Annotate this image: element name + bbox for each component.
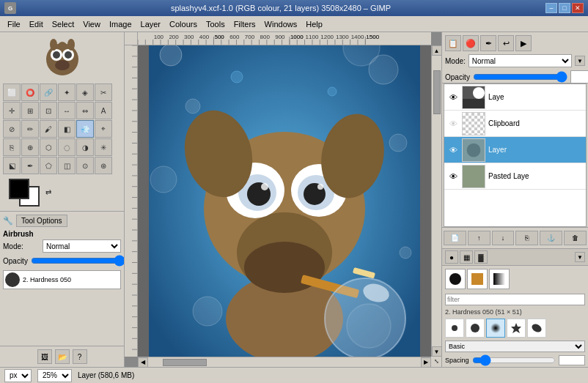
- layers-icon[interactable]: 📋: [445, 35, 461, 51]
- scroll-left-arrow[interactable]: ◀: [138, 357, 148, 368]
- vertical-scrollbar[interactable]: ▲ ▼: [431, 45, 441, 357]
- paths-tool[interactable]: ⊘: [3, 120, 21, 138]
- layer-visibility-toggle[interactable]: 👁: [447, 118, 459, 130]
- menu-item-view[interactable]: View: [78, 18, 105, 30]
- brush-gradient-btn[interactable]: [489, 269, 510, 289]
- canvas-container[interactable]: [138, 45, 431, 357]
- brush-shape-soft[interactable]: [486, 319, 505, 338]
- align-tool[interactable]: ⊞: [21, 102, 39, 119]
- new-image-icon[interactable]: 🖼: [37, 349, 52, 364]
- foreground-color-box[interactable]: [9, 179, 29, 199]
- blur-tool[interactable]: ◌: [58, 138, 76, 156]
- blend-tool[interactable]: ◫: [58, 157, 76, 174]
- layers-mode-select[interactable]: Normal: [468, 54, 572, 67]
- brush-shape-circle-sm[interactable]: [445, 319, 464, 338]
- layers-opacity-input[interactable]: 100,0: [570, 70, 588, 83]
- paths-panel-icon[interactable]: ✒: [480, 35, 496, 51]
- crop-tool[interactable]: ⊡: [40, 102, 57, 119]
- brushes-filter-input[interactable]: [445, 294, 585, 305]
- paintbrush-tool[interactable]: 🖌: [40, 120, 57, 138]
- layers-list[interactable]: 👁 Laye 👁 Clipboard 👁: [444, 83, 587, 227]
- help-icon[interactable]: ?: [73, 349, 87, 364]
- layer-visibility-toggle[interactable]: 👁: [447, 144, 459, 156]
- zoom-select[interactable]: 25%: [37, 369, 72, 382]
- scissors-tool[interactable]: ✂: [95, 83, 112, 101]
- maximize-button[interactable]: □: [559, 3, 570, 13]
- minimize-button[interactable]: –: [545, 3, 557, 13]
- menu-item-windows[interactable]: Windows: [260, 18, 302, 30]
- move-tool[interactable]: ✛: [3, 102, 21, 119]
- menu-item-filters[interactable]: Filters: [229, 18, 260, 30]
- measure-tool[interactable]: ⬕: [3, 157, 21, 174]
- menu-item-help[interactable]: Help: [301, 18, 327, 30]
- raise-layer-btn[interactable]: ↑: [468, 231, 490, 245]
- scroll-down-arrow[interactable]: ▼: [432, 346, 442, 357]
- close-button[interactable]: ✕: [572, 3, 584, 13]
- new-layer-btn[interactable]: 📄: [444, 231, 466, 245]
- layer-visibility-toggle[interactable]: 👁: [447, 171, 459, 182]
- anchor-layer-btn[interactable]: ⚓: [540, 231, 562, 245]
- brush-shape-circle-md[interactable]: [466, 319, 485, 338]
- brushes-expand-btn[interactable]: ▼: [575, 252, 585, 262]
- text-tool[interactable]: A: [95, 102, 112, 119]
- layer-item[interactable]: 👁 Clipboard: [444, 111, 586, 137]
- menu-item-file[interactable]: File: [3, 18, 25, 30]
- layer-visibility-toggle[interactable]: 👁: [447, 92, 459, 103]
- scroll-right-arrow[interactable]: ▶: [421, 357, 431, 368]
- dodge-tool[interactable]: ◑: [76, 138, 94, 156]
- delete-layer-btn[interactable]: 🗑: [564, 231, 587, 245]
- transform-tool[interactable]: ↔: [58, 102, 76, 119]
- eraser-tool[interactable]: ◧: [58, 120, 76, 138]
- undo-icon[interactable]: ↩: [498, 35, 514, 51]
- spacing-input[interactable]: 10,0: [559, 355, 585, 365]
- smudge-tool[interactable]: ⊙: [76, 157, 94, 174]
- ellipse-select-tool[interactable]: ⭕: [21, 83, 39, 101]
- duplicate-layer-btn[interactable]: ⎘: [515, 231, 538, 245]
- horizontal-scrollbar[interactable]: ◀ ▶: [138, 357, 431, 367]
- menu-item-edit[interactable]: Edit: [25, 18, 48, 30]
- layers-opacity-slider[interactable]: [473, 72, 567, 82]
- layer-item-active[interactable]: 👁 Layer: [444, 137, 586, 163]
- brush-shape-blob[interactable]: [527, 319, 546, 338]
- mode-select[interactable]: Normal: [43, 239, 121, 253]
- tool-options-button[interactable]: Tool Options: [16, 215, 67, 227]
- lower-layer-btn[interactable]: ↓: [492, 231, 515, 245]
- menu-item-colours[interactable]: Colours: [165, 18, 202, 30]
- unit-select[interactable]: px: [4, 369, 32, 382]
- v-scrollbar-thumb[interactable]: [433, 70, 441, 114]
- burn-tool[interactable]: ✳: [95, 138, 112, 156]
- open-icon[interactable]: 📂: [55, 349, 70, 364]
- brush-orange-btn[interactable]: [467, 269, 488, 289]
- patterns-icon[interactable]: ▦: [460, 250, 473, 264]
- free-select-tool[interactable]: 🔗: [40, 83, 57, 101]
- airbrush-tool[interactable]: 💨: [76, 120, 94, 138]
- brush-category-select[interactable]: Basic: [445, 341, 585, 352]
- spacing-slider[interactable]: [472, 356, 556, 365]
- gradients-icon[interactable]: ▓: [474, 250, 488, 264]
- layer-item[interactable]: 👁 Pasted Laye: [444, 163, 586, 190]
- clone-tool[interactable]: ⎘: [3, 138, 21, 156]
- color-select-tool[interactable]: ◈: [76, 83, 94, 101]
- heal-tool[interactable]: ⊕: [21, 138, 39, 156]
- flip-tool[interactable]: ⇔: [76, 102, 94, 119]
- rect-select-tool[interactable]: ⬜: [3, 83, 21, 101]
- panel-expand-btn[interactable]: ▼: [575, 56, 585, 66]
- menu-item-image[interactable]: Image: [105, 18, 136, 30]
- menu-item-select[interactable]: Select: [48, 18, 79, 30]
- fuzzy-select-tool[interactable]: ✦: [58, 83, 76, 101]
- bucket-fill-tool[interactable]: ⬠: [40, 157, 57, 174]
- ink-tool[interactable]: ⌖: [95, 120, 112, 138]
- brushes-icon[interactable]: ●: [445, 250, 458, 264]
- opacity-slider[interactable]: [31, 256, 125, 266]
- canvas-image[interactable]: [138, 45, 431, 357]
- panel-expand-icon[interactable]: ▶: [515, 35, 532, 51]
- warp-tool[interactable]: ⊛: [95, 157, 112, 174]
- channels-icon[interactable]: 🔴: [463, 35, 479, 51]
- h-scrollbar-thumb[interactable]: [163, 359, 207, 366]
- brush-black-btn[interactable]: [445, 269, 466, 289]
- color-picker-tool[interactable]: ✒: [21, 157, 39, 174]
- perspective-tool[interactable]: ⬡: [40, 138, 57, 156]
- menu-item-tools[interactable]: Tools: [202, 18, 229, 30]
- brush-shape-star[interactable]: [507, 319, 526, 338]
- pencil-tool[interactable]: ✏: [21, 120, 39, 138]
